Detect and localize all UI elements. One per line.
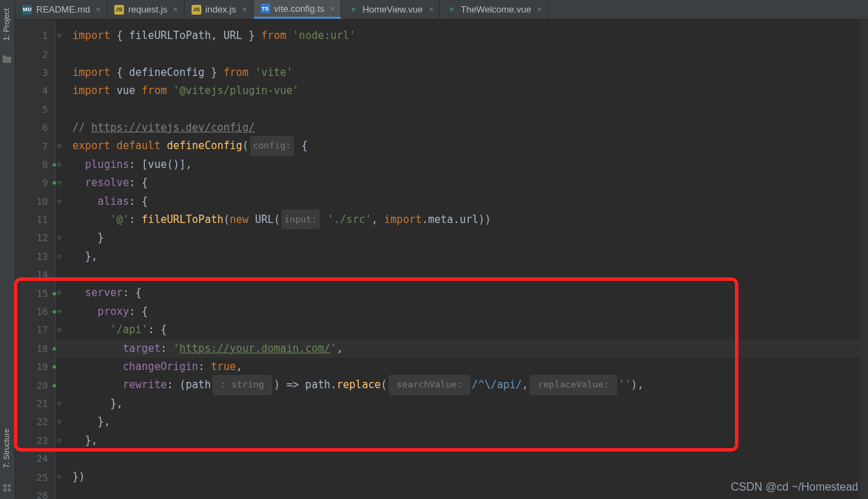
- line-number: 6: [15, 118, 55, 137]
- markdown-icon: MD: [22, 5, 32, 15]
- code-line: target: 'https://your.domain.com/',: [56, 339, 868, 358]
- fold-icon[interactable]: ⊖: [57, 192, 61, 210]
- line-number: 21: [15, 394, 55, 413]
- ts-icon: TS: [261, 3, 270, 13]
- close-icon[interactable]: ×: [536, 4, 542, 15]
- inlay-hint: : string: [212, 375, 272, 394]
- left-tool-sidebar: 1: Project 7: Structure: [0, 0, 15, 499]
- line-number: 1: [15, 26, 55, 45]
- code-line: rewrite: (path : string ) => path.replac…: [56, 376, 868, 394]
- close-icon[interactable]: ×: [242, 4, 247, 15]
- code-line: ⊖import { fileURLToPath, URL } from 'nod…: [56, 26, 868, 45]
- svg-rect-4: [3, 489, 6, 491]
- inlay-hint: searchValue:: [389, 375, 471, 394]
- line-number: 15◆: [15, 284, 55, 302]
- code-line: ⊝ },: [56, 247, 868, 266]
- line-number-gutter: 12345678◆9◆101112131415◆16◆1718◆19◆20◆21…: [15, 20, 56, 499]
- line-number: 14: [15, 266, 55, 284]
- fold-icon[interactable]: ⊝: [57, 394, 61, 413]
- line-number: 2: [15, 45, 55, 63]
- code-line: ⊖ '/api': {: [56, 321, 868, 339]
- tab-label: index.js: [206, 4, 236, 15]
- line-number: 17: [15, 321, 55, 339]
- vue-icon: V: [348, 5, 358, 15]
- fold-icon[interactable]: ⊖: [57, 302, 61, 321]
- watermark: CSDN @cd ~/Homestead: [731, 481, 858, 493]
- line-number: 7: [15, 137, 55, 155]
- code-line: ⊝ },: [56, 431, 868, 450]
- code-line: import vue from '@vitejs/plugin-vue': [56, 82, 868, 100]
- tab-label: README.md: [36, 4, 90, 15]
- line-number: 22: [15, 413, 55, 431]
- code-line: '@': fileURLToPath(new URL(input: './src…: [56, 210, 868, 229]
- fold-icon[interactable]: ⊖: [57, 26, 61, 45]
- inlay-hint: input:: [281, 210, 320, 229]
- line-number: 23: [15, 431, 55, 450]
- line-number: 19◆: [15, 358, 55, 376]
- svg-rect-3: [8, 484, 10, 487]
- code-line: [56, 100, 868, 118]
- tab-thewelcome[interactable]: V TheWelcome.vue ×: [440, 0, 548, 19]
- fold-icon[interactable]: ⊖: [57, 321, 61, 339]
- line-number: 20◆: [15, 376, 55, 394]
- code-line: ⊖ alias: {: [56, 192, 868, 210]
- tab-readme[interactable]: MD README.md ×: [15, 0, 107, 19]
- fold-icon[interactable]: ⊖: [57, 137, 61, 155]
- tab-label: request.js: [128, 4, 167, 15]
- code-line: ⊝ },: [56, 413, 868, 431]
- scrollbar[interactable]: [860, 20, 868, 499]
- tab-label: vite.config.ts: [274, 3, 325, 14]
- structure-icon: [2, 483, 12, 493]
- code-line: [56, 45, 868, 63]
- fold-icon[interactable]: ⊝: [57, 468, 61, 486]
- fold-icon[interactable]: ⊝: [57, 413, 61, 431]
- close-icon[interactable]: ×: [95, 4, 101, 15]
- editor-tab-bar: MD README.md × JS request.js × JS index.…: [15, 0, 868, 20]
- line-number: 11: [15, 210, 55, 229]
- code-line: [56, 450, 868, 468]
- code-line: // https://vitejs.dev/config/: [56, 118, 868, 137]
- line-number: 5: [15, 100, 55, 118]
- line-number: 12: [15, 229, 55, 247]
- line-number: 10: [15, 192, 55, 210]
- code-line: ⊖ resolve: {: [56, 174, 868, 192]
- svg-rect-1: [3, 56, 6, 58]
- code-line: ⊝ plugins: [vue()],: [56, 155, 868, 174]
- close-icon[interactable]: ×: [428, 4, 434, 15]
- close-icon[interactable]: ×: [173, 4, 178, 15]
- svg-rect-5: [8, 489, 10, 491]
- fold-icon[interactable]: ⊝: [57, 431, 61, 450]
- code-editor[interactable]: 12345678◆9◆101112131415◆16◆1718◆19◆20◆21…: [15, 20, 868, 499]
- fold-icon[interactable]: ⊖: [57, 174, 61, 192]
- line-number: 16◆: [15, 302, 55, 321]
- js-icon: JS: [192, 5, 201, 15]
- code-line: ⊖ proxy: {: [56, 302, 868, 321]
- code-line: changeOrigin: true,: [56, 358, 868, 376]
- inlay-hint: replaceValue:: [529, 375, 617, 394]
- code-line: import { defineConfig } from 'vite': [56, 63, 868, 82]
- line-number: 25: [15, 468, 55, 486]
- code-line: ⊖export default defineConfig(config: {: [56, 137, 868, 155]
- tab-label: TheWelcome.vue: [460, 4, 531, 15]
- tab-homeview[interactable]: V HomeView.vue ×: [341, 0, 440, 19]
- sidebar-structure-tool[interactable]: 7: Structure: [2, 429, 10, 468]
- fold-icon[interactable]: ⊖: [57, 284, 61, 302]
- svg-rect-2: [3, 484, 6, 487]
- close-icon[interactable]: ×: [330, 3, 336, 14]
- sidebar-project-tool[interactable]: 1: Project: [2, 8, 10, 40]
- code-line: ⊝ }: [56, 229, 868, 247]
- fold-icon[interactable]: ⊝: [57, 229, 61, 247]
- code-line: [56, 266, 868, 284]
- line-number: 18◆: [15, 339, 55, 358]
- code-line: ⊝ },: [56, 394, 868, 413]
- tab-request-js[interactable]: JS request.js ×: [107, 0, 185, 19]
- fold-icon[interactable]: ⊝: [57, 155, 61, 174]
- code-line: ⊖ server: {: [56, 284, 868, 302]
- tab-vite-config[interactable]: TS vite.config.ts ×: [254, 0, 342, 19]
- folder-icon: [2, 54, 12, 64]
- code-area[interactable]: ⊖import { fileURLToPath, URL } from 'nod…: [56, 20, 868, 499]
- line-number: 26: [15, 486, 55, 499]
- line-number: 8◆: [15, 155, 55, 174]
- tab-index-js[interactable]: JS index.js ×: [185, 0, 254, 19]
- fold-icon[interactable]: ⊝: [57, 247, 61, 266]
